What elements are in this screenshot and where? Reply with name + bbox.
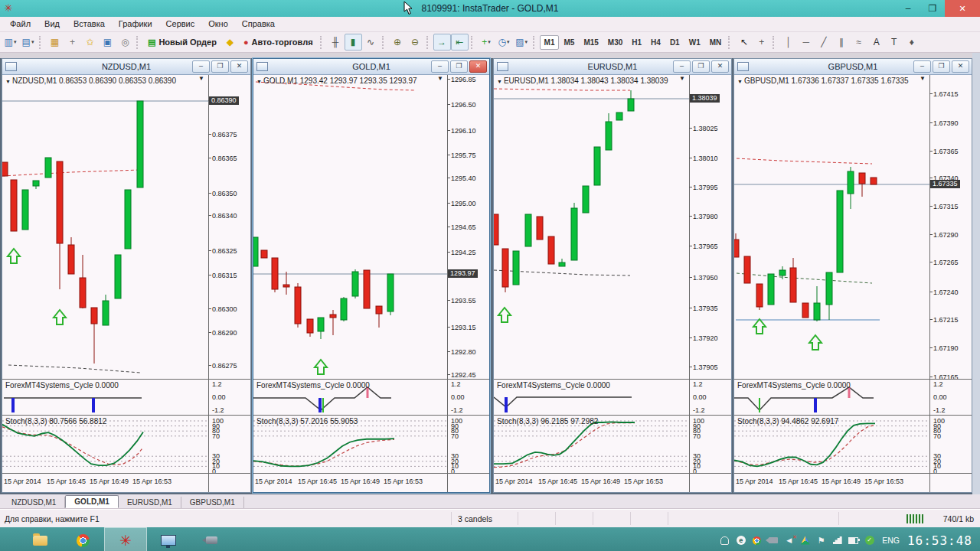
minimize-button[interactable]: – bbox=[896, 0, 920, 17]
trendline-button[interactable]: ╱ bbox=[815, 34, 832, 51]
language-indicator[interactable]: ENG bbox=[882, 536, 900, 545]
volume-muted-icon[interactable]: ◀ bbox=[784, 536, 794, 546]
toolbar-grip[interactable] bbox=[382, 36, 386, 49]
timeframe-m15-button[interactable]: M15 bbox=[579, 35, 603, 50]
templates-button[interactable]: ▨▾ bbox=[513, 34, 531, 51]
toolbar-grip[interactable] bbox=[533, 36, 537, 49]
cycle-pane[interactable]: ForexMT4Systems_Cycle 0.0000 1.20.00-1.2 bbox=[494, 379, 731, 415]
close-button[interactable]: ✕ bbox=[945, 0, 980, 17]
cycle-pane[interactable]: ForexMT4Systems_Cycle 0.0000 1.20.00-1.2 bbox=[2, 379, 250, 415]
security-shield-icon[interactable]: ✓ bbox=[864, 536, 874, 546]
restore-button[interactable]: ❐ bbox=[920, 0, 945, 17]
market-watch-button[interactable]: ▦ bbox=[46, 34, 64, 51]
toolbar-grip[interactable] bbox=[39, 36, 43, 49]
taskbar-file-explorer-button[interactable] bbox=[18, 527, 61, 551]
price-plot[interactable] bbox=[494, 75, 689, 379]
time-axis[interactable]: 15 Apr 2014 15 Apr 16:45 15 Apr 16:49 15… bbox=[734, 473, 972, 492]
recorder-tray-icon[interactable] bbox=[768, 536, 778, 546]
stochastic-pane[interactable]: Stoch(8,3,3) 80.7566 56.8812 10090807030… bbox=[2, 415, 250, 473]
timeframe-w1-button[interactable]: W1 bbox=[684, 35, 705, 50]
toolbar-grip[interactable] bbox=[471, 36, 475, 49]
window-close-button[interactable]: ✕ bbox=[230, 60, 248, 73]
menu-file[interactable]: Файл bbox=[3, 18, 38, 30]
timeframe-d1-button[interactable]: D1 bbox=[665, 35, 684, 50]
window-close-button[interactable]: ✕ bbox=[711, 60, 729, 73]
stochastic-pane[interactable]: Stoch(8,3,3) 94.4862 92.6917 10090807030… bbox=[734, 415, 972, 473]
toolbar-grip[interactable] bbox=[426, 36, 430, 49]
menu-window[interactable]: Окно bbox=[201, 18, 235, 30]
window-restore-button[interactable]: ❐ bbox=[933, 60, 950, 73]
price-plot[interactable] bbox=[734, 75, 929, 379]
tab-nzdusd[interactable]: NZDUSD,M1 bbox=[3, 497, 65, 508]
autotrading-button[interactable]: ●Авто-торговля bbox=[239, 34, 318, 51]
price-pane[interactable]: ▼GOLD,M1 1293.42 1293.97 1293.35 1293.97… bbox=[253, 75, 489, 379]
window-minimize-button[interactable]: – bbox=[913, 60, 931, 73]
taskbar-display-button[interactable] bbox=[147, 527, 190, 551]
stochastic-pane[interactable]: Stoch(8,3,3) 57.2016 55.9053 10090807030… bbox=[253, 415, 489, 473]
profiles-button[interactable]: ▤▾ bbox=[19, 34, 37, 51]
chrome-tray-icon[interactable] bbox=[752, 536, 762, 546]
arrows-tool-button[interactable]: ♦ bbox=[903, 34, 920, 51]
tab-gbpusd[interactable]: GBPUSD,M1 bbox=[181, 497, 244, 508]
symbol-menu-icon[interactable]: ▼ bbox=[256, 79, 262, 84]
google-drive-icon[interactable] bbox=[800, 536, 810, 546]
timeframe-m30-button[interactable]: M30 bbox=[603, 35, 627, 50]
chart-window-titlebar[interactable]: EURUSD,M1 – ❐ ✕ bbox=[494, 59, 731, 75]
chart-shift-button[interactable]: ⇤ bbox=[451, 34, 469, 51]
timeframe-m1-button[interactable]: M1 bbox=[540, 35, 560, 50]
terminal-button[interactable]: ▣ bbox=[99, 34, 116, 51]
label-tool-button[interactable]: T bbox=[885, 34, 903, 51]
menu-charts[interactable]: Графики bbox=[112, 18, 159, 30]
menu-tools[interactable]: Сервис bbox=[159, 18, 202, 30]
taskbar-recorder-button[interactable] bbox=[190, 527, 233, 551]
window-minimize-button[interactable]: – bbox=[431, 60, 449, 73]
price-plot[interactable] bbox=[253, 75, 447, 379]
price-pane[interactable]: ▼EURUSD,M1 1.38034 1.38043 1.38034 1.380… bbox=[494, 75, 731, 379]
metaeditor-button[interactable]: ◆ bbox=[221, 34, 239, 51]
fibonacci-button[interactable]: ≈ bbox=[850, 34, 867, 51]
price-pane[interactable]: ▼NZDUSD,M1 0.86353 0.86390 0.86353 0.863… bbox=[2, 75, 250, 379]
symbol-menu-icon[interactable]: ▼ bbox=[497, 79, 502, 84]
window-close-button[interactable]: ✕ bbox=[469, 60, 487, 73]
taskbar-instatrader-button[interactable]: ✳ bbox=[104, 527, 147, 551]
window-close-button[interactable]: ✕ bbox=[952, 60, 969, 73]
tab-eurusd[interactable]: EURUSD,M1 bbox=[119, 497, 181, 508]
timeframe-m5-button[interactable]: M5 bbox=[559, 35, 579, 50]
window-restore-button[interactable]: ❐ bbox=[450, 60, 468, 73]
line-chart-button[interactable]: ∿ bbox=[362, 34, 380, 51]
data-window-button[interactable]: + bbox=[64, 34, 81, 51]
symbol-menu-icon[interactable]: ▼ bbox=[5, 79, 11, 84]
crosshair-tool-button[interactable]: + bbox=[753, 34, 770, 51]
zoom-out-button[interactable]: ⊖ bbox=[407, 34, 424, 51]
menu-help[interactable]: Справка bbox=[235, 18, 282, 30]
time-axis[interactable]: 15 Apr 2014 15 Apr 16:45 15 Apr 16:49 15… bbox=[2, 473, 250, 492]
antivirus-icon[interactable]: e bbox=[736, 536, 746, 546]
timeframe-h4-button[interactable]: H4 bbox=[646, 35, 665, 50]
periods-button[interactable]: ◷▾ bbox=[495, 34, 513, 51]
new-chart-button[interactable]: ▥▾ bbox=[2, 34, 19, 51]
taskbar-clock[interactable]: 16:53:48 bbox=[907, 533, 972, 548]
flag-icon[interactable]: ⚑ bbox=[816, 536, 826, 546]
chart-window-titlebar[interactable]: NZDUSD,M1 – ❐ ✕ bbox=[2, 59, 250, 75]
window-minimize-button[interactable]: – bbox=[192, 60, 210, 73]
autoscroll-button[interactable]: → bbox=[433, 34, 451, 51]
menu-insert[interactable]: Вставка bbox=[67, 18, 112, 30]
battery-icon[interactable] bbox=[848, 536, 858, 546]
chart-window-titlebar[interactable]: GBPUSD,M1 – ❐ ✕ bbox=[734, 59, 972, 75]
channel-button[interactable]: ∥ bbox=[832, 34, 850, 51]
menu-view[interactable]: Вид bbox=[38, 18, 67, 30]
chart-window-titlebar[interactable]: GOLD,M1 – ❐ ✕ bbox=[253, 59, 489, 75]
vertical-line-button[interactable]: │ bbox=[779, 34, 797, 51]
new-order-button[interactable]: ▤Новый Ордер bbox=[143, 34, 221, 51]
timeframe-mn-button[interactable]: MN bbox=[705, 35, 727, 50]
toolbar-grip[interactable] bbox=[320, 36, 324, 49]
symbol-menu-icon[interactable]: ▼ bbox=[737, 79, 743, 84]
window-restore-button[interactable]: ❐ bbox=[211, 60, 229, 73]
notifications-bell-icon[interactable] bbox=[720, 536, 730, 546]
bar-chart-button[interactable]: ╫ bbox=[327, 34, 345, 51]
zoom-in-button[interactable]: ⊕ bbox=[389, 34, 407, 51]
toolbar-grip[interactable] bbox=[773, 36, 776, 49]
window-restore-button[interactable]: ❐ bbox=[692, 60, 710, 73]
indicators-button[interactable]: +▾ bbox=[478, 34, 495, 51]
taskbar-chrome-button[interactable] bbox=[61, 527, 104, 551]
